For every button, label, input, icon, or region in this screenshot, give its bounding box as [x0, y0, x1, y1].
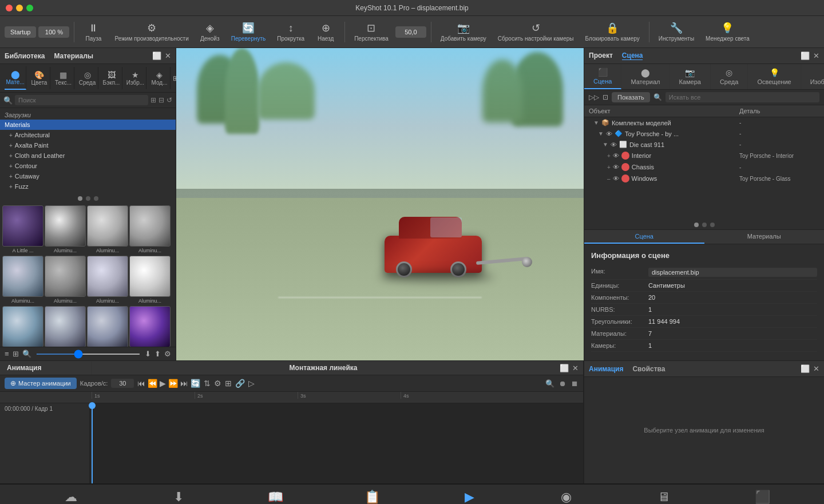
anim-props-expand-icon[interactable]: ⬜: [801, 364, 810, 373]
panel-close-icon[interactable]: ✕: [165, 51, 171, 60]
next-frame-button[interactable]: ⏩: [168, 379, 178, 388]
track-area[interactable]: 00:00:000 / Кадр 1: [0, 403, 583, 483]
filter-icon[interactable]: 🔍: [22, 350, 31, 358]
scene-obj-icon[interactable]: ⊡: [603, 93, 608, 101]
anim-panel-expand-icon[interactable]: ⬜: [560, 364, 569, 372]
tab-image[interactable]: 🖼 Изображе...: [801, 64, 824, 89]
footer-animation[interactable]: ▶ Анимация: [446, 487, 492, 505]
dot-1[interactable]: [78, 196, 82, 201]
material-sphere[interactable]: [87, 256, 128, 297]
scene-name-input[interactable]: [648, 268, 817, 277]
tab-camera[interactable]: 📷 Камера: [670, 64, 710, 89]
tab-favorites[interactable]: ★ Избр...: [125, 67, 146, 89]
tab-models[interactable]: ◈ Мод...: [149, 67, 171, 89]
lock-camera-button[interactable]: 🔒 Блокировать камеру: [581, 19, 644, 44]
s-dot-1[interactable]: [694, 223, 699, 227]
thumbnail-item[interactable]: Aluminu...: [2, 306, 43, 347]
tree-item-contour[interactable]: + Contour: [0, 161, 176, 171]
tab-lighting[interactable]: 💡 Освещение: [748, 64, 801, 89]
material-sphere[interactable]: [2, 306, 43, 347]
footer-import[interactable]: ⬇ Импорт: [156, 487, 201, 505]
playhead-line[interactable]: [92, 403, 93, 483]
tab-scene[interactable]: ⬛ Сцена: [584, 64, 621, 89]
right-expand-icon[interactable]: ⬜: [801, 51, 810, 60]
scene-row[interactable]: ▼ 👁 ⬜ Die cast 911 -: [584, 139, 824, 150]
close-button[interactable]: [6, 5, 13, 11]
thumbnail-item[interactable]: Aluminu...: [129, 256, 171, 305]
scene-search-input[interactable]: [665, 92, 819, 102]
play2-icon[interactable]: ▷: [248, 379, 255, 388]
thumbnail-item[interactable]: A Little ...: [2, 205, 43, 255]
eye-icon[interactable]: 👁: [613, 175, 619, 182]
options-icon[interactable]: ⊞: [225, 379, 232, 388]
tree-item-fuzz[interactable]: + Fuzz: [0, 181, 176, 192]
minimize-button[interactable]: [16, 5, 23, 11]
tab-material[interactable]: ⬤ Материал: [621, 64, 670, 89]
play-button[interactable]: ▶: [160, 379, 166, 388]
tree-item-architectural[interactable]: + Architectural: [0, 130, 176, 140]
material-sphere[interactable]: [45, 205, 86, 247]
material-sphere[interactable]: [87, 306, 128, 347]
viewport[interactable]: [176, 48, 584, 360]
go-start-button[interactable]: ⏮: [137, 379, 145, 388]
thumbnail-item[interactable]: Aluminu...: [45, 256, 86, 305]
tree-item-materials[interactable]: Materials: [0, 120, 176, 130]
performance-mode-button[interactable]: ⚙ Режим производительности: [110, 19, 193, 44]
search-filter-icon[interactable]: ⊟: [159, 96, 164, 104]
scroll-button[interactable]: ↕ Прокрутка: [272, 20, 309, 44]
dot-3[interactable]: [94, 196, 98, 201]
scene-row[interactable]: – 👁 Windows Toy Porsche - Glass: [584, 173, 824, 184]
eye-icon[interactable]: 👁: [613, 152, 619, 159]
scene-row[interactable]: + 👁 Interior Toy Porsche - Interior: [584, 150, 824, 161]
add-camera-button[interactable]: 📷 Добавить камеру: [436, 19, 491, 44]
material-sphere[interactable]: [2, 205, 43, 247]
material-sphere[interactable]: [2, 256, 43, 297]
list-view-icon[interactable]: ≡: [5, 350, 9, 358]
material-sphere[interactable]: [129, 256, 171, 297]
fullscreen-button[interactable]: [26, 5, 33, 11]
thumbnail-item[interactable]: Aluminu...: [45, 306, 86, 347]
show-button[interactable]: Показать: [612, 92, 650, 102]
tree-item-cutaway[interactable]: + Cutaway: [0, 171, 176, 181]
anim-panel-close-icon[interactable]: ✕: [572, 364, 579, 372]
tab-environment[interactable]: ◎ Среда: [77, 67, 98, 89]
search-grid-icon[interactable]: ⊞: [150, 96, 156, 104]
material-sphere[interactable]: [129, 205, 171, 247]
eye-icon[interactable]: 👁: [606, 130, 612, 137]
upload-icon[interactable]: ⬆: [154, 350, 161, 358]
sort-icon[interactable]: ⇅: [204, 379, 211, 388]
tab-env[interactable]: ◎ Среда: [711, 64, 748, 89]
sbt-scene[interactable]: Сцена: [584, 230, 704, 244]
anim-props-close-icon[interactable]: ✕: [813, 364, 819, 373]
material-sphere[interactable]: [129, 306, 171, 347]
tab-backplate[interactable]: 🖼 Бэкп...: [101, 67, 122, 89]
footer-keyshot-xr[interactable]: ◉ KeyShotXR: [544, 487, 589, 505]
scene-row[interactable]: ▼ 📦 Комплекты моделей -: [584, 117, 824, 128]
prev-frame-button[interactable]: ⏪: [148, 379, 157, 388]
thumbnail-item[interactable]: Aluminu...: [129, 306, 171, 347]
startup-button[interactable]: Startup: [5, 26, 36, 38]
playhead-marker[interactable]: [89, 402, 96, 409]
tl-search-icon[interactable]: 🔍: [545, 379, 554, 388]
anim-tab-animation[interactable]: Анимация: [589, 365, 623, 373]
dot-2[interactable]: [86, 196, 90, 201]
scene-row[interactable]: + 👁 Chassis -: [584, 161, 824, 173]
s-dot-3[interactable]: [710, 223, 715, 227]
download-icon[interactable]: ⬇: [145, 350, 151, 358]
footer-screenshot[interactable]: ⬛ Снимок экрана: [738, 487, 787, 505]
tab-materials[interactable]: ⬤ Мате...: [5, 66, 26, 90]
thumbnail-item[interactable]: Aluminu...: [2, 256, 43, 305]
flip-button[interactable]: 🔄 Перевернуть: [227, 19, 271, 44]
settings-icon[interactable]: ⚙: [214, 379, 221, 388]
fps-input[interactable]: [111, 379, 134, 388]
thumbnail-item[interactable]: Aluminu...: [87, 256, 128, 305]
go-end-button[interactable]: ⏭: [180, 379, 188, 388]
s-dot-2[interactable]: [702, 223, 707, 227]
tree-item-cloth[interactable]: + Cloth and Leather: [0, 150, 176, 161]
tl-end-icon[interactable]: ⏹: [571, 379, 579, 388]
search-input[interactable]: [15, 95, 148, 105]
tree-item-axalta[interactable]: + Axalta Paint: [0, 140, 176, 150]
eye-icon[interactable]: 👁: [611, 141, 617, 148]
tab-textures[interactable]: ▦ Текс...: [53, 67, 74, 89]
zoom-in-button[interactable]: ⊕ Наезд: [311, 19, 340, 44]
